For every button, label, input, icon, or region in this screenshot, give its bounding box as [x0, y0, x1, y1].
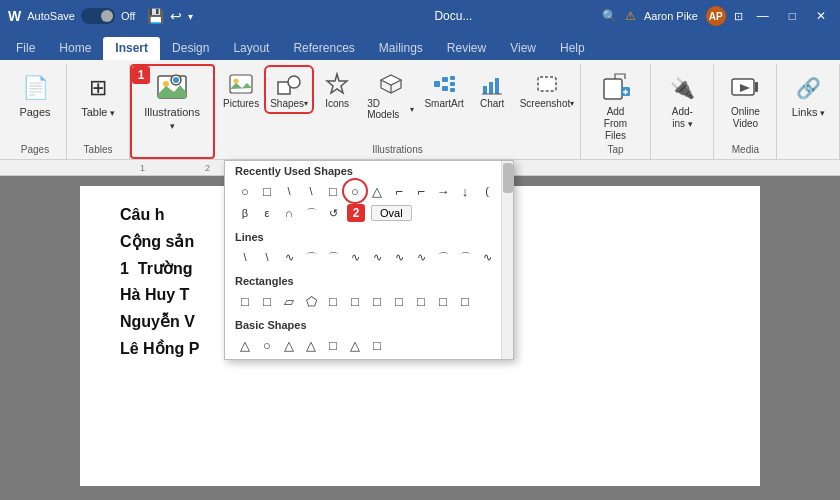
oval-button[interactable]: Oval — [371, 205, 412, 221]
shape-corner2[interactable]: ⌐ — [411, 181, 431, 201]
basic-shape-7[interactable]: □ — [367, 335, 387, 355]
online-video-label: OnlineVideo — [731, 106, 760, 130]
line-shape-7[interactable]: ∿ — [367, 247, 387, 267]
basic-shapes-row: △ ○ △ △ □ △ □ — [225, 333, 513, 359]
shape-line1[interactable]: \ — [279, 181, 299, 201]
shapes-button[interactable]: Shapes ▾ — [267, 68, 311, 111]
ruler-mark-2: 2 — [205, 163, 210, 173]
basic-shape-4[interactable]: △ — [301, 335, 321, 355]
close-button[interactable]: ✕ — [810, 9, 832, 23]
line-shape-5[interactable]: ⌒ — [323, 247, 343, 267]
shape-paren[interactable]: ( — [477, 181, 497, 201]
tab-insert[interactable]: Insert — [103, 37, 160, 60]
minimize-button[interactable]: — — [751, 9, 775, 23]
shape-e[interactable]: ε — [257, 203, 277, 223]
rect-shape-2[interactable]: □ — [257, 291, 277, 311]
illustrations-sub-row: Pictures Shapes ▾ — [219, 68, 576, 122]
tab-design[interactable]: Design — [160, 37, 221, 60]
rect-shape-4[interactable]: ⬠ — [301, 291, 321, 311]
online-video-button[interactable]: OnlineVideo — [721, 68, 769, 132]
line-shape-10[interactable]: ⌒ — [433, 247, 453, 267]
screenshot-button[interactable]: Screenshot ▾ — [518, 68, 576, 111]
shape-n[interactable]: ∩ — [279, 203, 299, 223]
shape-oval-active[interactable]: ○ — [345, 181, 365, 201]
user-name: Aaron Pike — [644, 10, 698, 22]
line-shape-6[interactable]: ∿ — [345, 247, 365, 267]
rect-shape-3[interactable]: ▱ — [279, 291, 299, 311]
3d-models-button[interactable]: 3D Models ▾ — [363, 68, 418, 122]
tab-review[interactable]: Review — [435, 37, 498, 60]
rect-shape-7[interactable]: □ — [367, 291, 387, 311]
shape-rect-recent[interactable]: □ — [257, 181, 277, 201]
shape-arrow-d[interactable]: ↓ — [455, 181, 475, 201]
basic-shape-2[interactable]: ○ — [257, 335, 277, 355]
rect-shape-8[interactable]: □ — [389, 291, 409, 311]
basic-shape-3[interactable]: △ — [279, 335, 299, 355]
line-shape-1[interactable]: \ — [235, 247, 255, 267]
line-shape-9[interactable]: ∿ — [411, 247, 431, 267]
chart-button[interactable]: Chart — [470, 68, 514, 111]
tab-home[interactable]: Home — [47, 37, 103, 60]
tab-references[interactable]: References — [281, 37, 366, 60]
warn-icon: ⚠ — [625, 9, 636, 23]
shape-tri[interactable]: △ — [367, 181, 387, 201]
ribbon-group-illustrations-sub: Pictures Shapes ▾ — [215, 64, 581, 159]
icons-button[interactable]: Icons — [315, 68, 359, 111]
add-from-files-label: Add FromFiles — [595, 106, 637, 142]
shape-circle-recent[interactable]: ○ — [235, 181, 255, 201]
undo-icon[interactable]: ↩ — [170, 8, 182, 24]
add-ins-button[interactable]: 🔌 Add-ins — [658, 68, 706, 132]
shape-arc[interactable]: ⌒ — [301, 203, 321, 223]
tab-file[interactable]: File — [4, 37, 47, 60]
maximize-button[interactable]: □ — [783, 9, 802, 23]
rect-shape-6[interactable]: □ — [345, 291, 365, 311]
video-svg — [730, 73, 760, 103]
line-shape-4[interactable]: ⌒ — [301, 247, 321, 267]
table-button[interactable]: ⊞ Table — [74, 68, 122, 121]
autosave-toggle[interactable] — [81, 8, 115, 24]
line-shape-2[interactable]: \ — [257, 247, 277, 267]
smartart-button[interactable]: SmartArt — [422, 68, 466, 111]
tab-view[interactable]: View — [498, 37, 548, 60]
save-icon[interactable]: 💾 — [147, 8, 164, 24]
line-shape-8[interactable]: ∿ — [389, 247, 409, 267]
ribbon-inner: 📄 Pages Pages ⊞ Table Tables 1 — [4, 64, 840, 159]
links-button[interactable]: 🔗 Links — [784, 68, 832, 121]
shape-line2[interactable]: \ — [301, 181, 321, 201]
add-ins-icon: 🔌 — [664, 70, 700, 106]
basic-shape-5[interactable]: □ — [323, 335, 343, 355]
screenshot-icon — [533, 70, 561, 98]
ruler-mark-1: 1 — [140, 163, 145, 173]
rect-shape-5[interactable]: □ — [323, 291, 343, 311]
shape-corner[interactable]: ⌐ — [389, 181, 409, 201]
shape-rect2[interactable]: □ — [323, 181, 343, 201]
shapes-label: Shapes ▾ — [270, 98, 308, 109]
shapes-icon — [275, 70, 303, 98]
user-avatar[interactable]: AP — [706, 6, 726, 26]
screenshot-svg — [535, 72, 559, 96]
pictures-svg — [229, 72, 253, 96]
tab-layout[interactable]: Layout — [221, 37, 281, 60]
line-shape-11[interactable]: ⌒ — [455, 247, 475, 267]
pages-button[interactable]: 📄 Pages — [11, 68, 59, 121]
tab-mailings[interactable]: Mailings — [367, 37, 435, 60]
search-icon[interactable]: 🔍 — [602, 9, 617, 23]
line-shape-3[interactable]: ∿ — [279, 247, 299, 267]
tab-help[interactable]: Help — [548, 37, 597, 60]
line-shape-12[interactable]: ∿ — [477, 247, 497, 267]
shape-b[interactable]: β — [235, 203, 255, 223]
basic-shape-1[interactable]: △ — [235, 335, 255, 355]
rect-shape-1[interactable]: □ — [235, 291, 255, 311]
pictures-button[interactable]: Pictures — [219, 68, 263, 111]
basic-shape-6[interactable]: △ — [345, 335, 365, 355]
customize-icon[interactable]: ▾ — [188, 11, 193, 22]
rect-shape-11[interactable]: □ — [455, 291, 475, 311]
svg-point-7 — [288, 76, 300, 88]
svg-rect-18 — [489, 82, 493, 94]
shape-rotate[interactable]: ↺ — [323, 203, 343, 223]
shape-arrow-r[interactable]: → — [433, 181, 453, 201]
ribbon-display-icon[interactable]: ⊡ — [734, 10, 743, 23]
rect-shape-10[interactable]: □ — [433, 291, 453, 311]
add-from-files-button[interactable]: Add FromFiles — [589, 68, 643, 144]
rect-shape-9[interactable]: □ — [411, 291, 431, 311]
